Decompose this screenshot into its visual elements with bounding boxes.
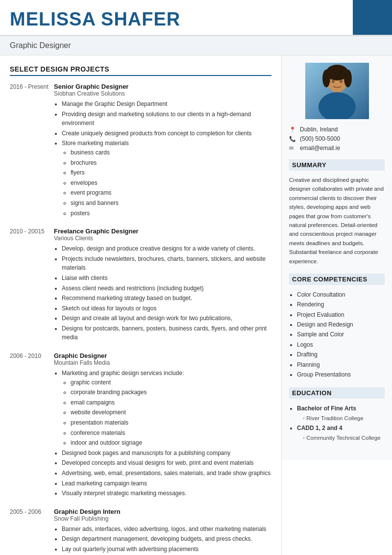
- job-dates-1: 2016 - Present: [10, 83, 54, 219]
- list-item: graphic content: [71, 378, 271, 387]
- list-item: Logos: [297, 340, 385, 350]
- list-item: Drafting: [297, 350, 385, 359]
- list-item: Planning: [297, 360, 385, 370]
- candidate-name: MELISSA SHAFER: [10, 9, 343, 30]
- projects-section-title: SELECT DESIGN PROJECTS: [10, 65, 271, 76]
- header-name-block: MELISSA SHAFER: [0, 0, 353, 35]
- job-entry-4: 2005 - 2006 Graphic Design Intern Snow F…: [10, 508, 271, 555]
- edu-school-1: River Tradition College: [297, 414, 385, 424]
- job-entry-2: 2010 - 20015 Freelance Graphic Designer …: [10, 227, 271, 343]
- list-item: posters: [71, 209, 271, 218]
- list-item: Group Presentations: [297, 370, 385, 379]
- edu-item-1: Bachelor of Fine Arts River Tradition Co…: [297, 404, 385, 423]
- list-item: Sketch out ideas for layouts or logos: [62, 304, 271, 313]
- edu-degree-1: Bachelor of Fine Arts: [297, 404, 385, 413]
- contact-info: 📍 Dublin, Ireland 📞 (500) 500-5000 ✉ ema…: [289, 126, 385, 151]
- contact-location: 📍 Dublin, Ireland: [289, 126, 385, 133]
- list-item: Color Consultation: [297, 290, 385, 300]
- job-dates-2: 2010 - 20015: [10, 227, 54, 343]
- subtitle-bar: Graphic Designer: [0, 36, 392, 55]
- job-bullets-4: Banner ads, interfaces, video advertisin…: [54, 525, 271, 555]
- list-item: Designed book pages and manuscripts for …: [62, 449, 271, 458]
- job-title-4: Graphic Design Intern: [54, 508, 271, 515]
- job-dates-4: 2005 - 2006: [10, 508, 54, 555]
- profile-photo: [305, 63, 369, 119]
- list-item: Manage the Graphic Design Department: [62, 100, 271, 109]
- list-item: envelopes: [71, 178, 271, 188]
- job-content-1: Senior Graphic Designer Siobhan Creative…: [54, 83, 271, 219]
- sub-bullets-1: business cards brochures flyers envelope…: [62, 148, 271, 218]
- competencies-list: Color Consultation Rendering Project Eva…: [289, 290, 385, 380]
- list-item: Rendering: [297, 300, 385, 309]
- job-title-3: Graphic Designer: [54, 352, 271, 359]
- list-item: Create uniquely designed products from c…: [62, 129, 271, 138]
- job-entry-3: 2006 - 2010 Graphic Designer Mountain Fa…: [10, 352, 271, 499]
- job-title-subtitle: Graphic Designer: [10, 41, 71, 50]
- list-item: Visually interpret strategic marketing m…: [62, 489, 271, 498]
- job-title-1: Senior Graphic Designer: [54, 83, 271, 90]
- job-bullets-3: Marketing and graphic design services in…: [54, 369, 271, 498]
- summary-text: Creative and disciplined graphic designe…: [289, 176, 385, 266]
- header-blue-accent: [353, 0, 392, 35]
- main-layout: SELECT DESIGN PROJECTS 2016 - Present Se…: [0, 55, 392, 555]
- list-item: Design and create all layout and design …: [62, 314, 271, 323]
- job-company-1: Siobhan Creative Solutions: [54, 90, 271, 97]
- list-item: corporate branding packages: [71, 388, 271, 397]
- job-title-2: Freelance Graphic Designer: [54, 227, 271, 235]
- list-item: indoor and outdoor signage: [71, 438, 271, 448]
- list-item: Develop, design and produce creative des…: [62, 244, 271, 253]
- job-bullets-1: Manage the Graphic Design Department Pro…: [54, 100, 271, 218]
- job-company-2: Various Clients: [54, 235, 271, 242]
- list-item: Design department management, developing…: [62, 534, 271, 544]
- right-column: 📍 Dublin, Ireland 📞 (500) 500-5000 ✉ ema…: [282, 55, 392, 460]
- list-item: flyers: [71, 168, 271, 177]
- phone-icon: 📞: [289, 136, 297, 142]
- location-icon: 📍: [289, 126, 297, 133]
- edu-degree-2: CADD 1, 2 and 4: [297, 423, 385, 433]
- list-item: Advertising, web, email, presentations, …: [62, 469, 271, 478]
- job-content-4: Graphic Design Intern Snow Fall Publishi…: [54, 508, 271, 555]
- edu-item-2: CADD 1, 2 and 4 Community Technical Coll…: [297, 423, 385, 443]
- education-section-title: EDUCATION: [289, 387, 385, 399]
- job-dates-3: 2006 - 2010: [10, 352, 54, 499]
- list-item: Store marketing materials business cards…: [62, 139, 271, 218]
- list-item: website development: [71, 408, 271, 417]
- list-item: Assess client needs and restrictions (in…: [62, 284, 271, 293]
- list-item: Designs for postcards, banners, posters,…: [62, 324, 271, 342]
- list-item: Sample and Color: [297, 329, 385, 339]
- list-item: Developed concepts and visual designs fo…: [62, 458, 271, 468]
- email-icon: ✉: [289, 145, 297, 151]
- list-item: Providing design and marketing solutions…: [62, 110, 271, 128]
- header: MELISSA SHAFER: [0, 0, 392, 36]
- list-item: Projects include newsletters, brochures,…: [62, 254, 271, 273]
- contact-phone: 📞 (500) 500-5000: [289, 135, 385, 142]
- svg-point-7: [332, 80, 335, 83]
- list-item: Design and Redesign: [297, 320, 385, 329]
- list-item: Lead marketing campaign teams: [62, 479, 271, 488]
- list-item: Recommend marketing strategy based on bu…: [62, 294, 271, 303]
- list-item: Marketing and graphic design services in…: [62, 369, 271, 448]
- contact-email: ✉ email@email.ie: [289, 145, 385, 151]
- svg-point-6: [344, 70, 352, 87]
- svg-point-5: [322, 70, 330, 87]
- list-item: signs and banners: [71, 199, 271, 208]
- list-item: conference materials: [71, 429, 271, 438]
- job-entry-1: 2016 - Present Senior Graphic Designer S…: [10, 83, 271, 219]
- job-content-3: Graphic Designer Mountain Falls Media Ma…: [54, 352, 271, 499]
- summary-section-title: SUMMARY: [289, 159, 385, 171]
- list-item: presentation materials: [71, 418, 271, 428]
- left-column: SELECT DESIGN PROJECTS 2016 - Present Se…: [0, 55, 282, 555]
- job-content-2: Freelance Graphic Designer Various Clien…: [54, 227, 271, 343]
- svg-point-8: [340, 80, 343, 83]
- profile-photo-svg: [305, 63, 369, 119]
- competencies-section-title: CORE COMPETENCIES: [289, 274, 385, 285]
- list-item: Lay out quarterly journal with advertisi…: [62, 545, 271, 554]
- job-company-4: Snow Fall Publishing: [54, 515, 271, 522]
- list-item: Liaise with clients: [62, 274, 271, 283]
- job-bullets-2: Develop, design and produce creative des…: [54, 244, 271, 342]
- edu-school-2: Community Technical College: [297, 433, 385, 443]
- education-list: Bachelor of Fine Arts River Tradition Co…: [289, 404, 385, 443]
- list-item: business cards: [71, 148, 271, 157]
- list-item: Project Evaluation: [297, 310, 385, 320]
- list-item: Banner ads, interfaces, video advertisin…: [62, 525, 271, 534]
